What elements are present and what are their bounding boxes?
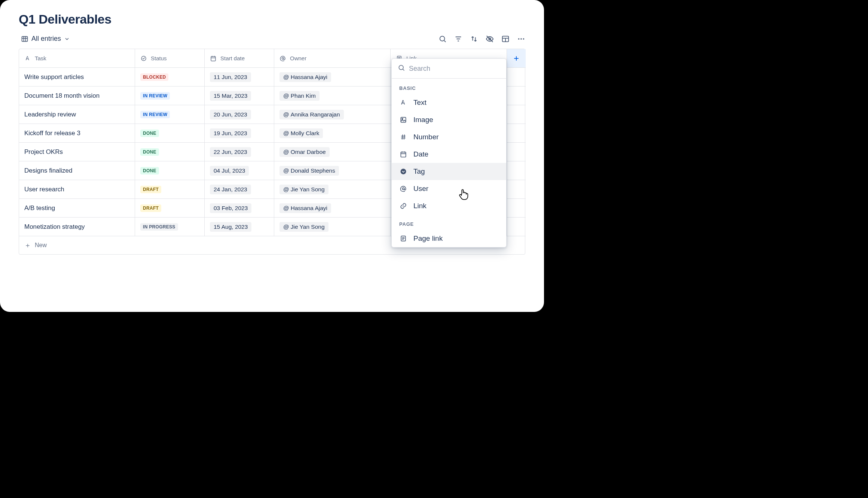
search-button[interactable] — [438, 35, 447, 43]
popover-section-page: PAGE — [392, 215, 506, 230]
cell-task-value: Kickoff for release 3 — [24, 130, 80, 137]
date-chip: 20 Jun, 2023 — [210, 110, 251, 119]
image-icon — [399, 116, 407, 124]
cell-status[interactable]: DRAFT — [135, 180, 205, 199]
cell-owner[interactable]: @Jie Yan Song — [274, 180, 391, 199]
cell-status[interactable]: BLOCKED — [135, 68, 205, 86]
cell-empty — [507, 218, 526, 236]
layout-button[interactable] — [501, 35, 510, 43]
popover-option-text-label: Text — [413, 98, 427, 107]
cell-task-value: Designs finalized — [24, 167, 73, 174]
cell-date[interactable]: 03 Feb, 2023 — [205, 199, 274, 218]
cell-owner[interactable]: @Donald Stephens — [274, 161, 391, 180]
cell-date[interactable]: 22 Jun, 2023 — [205, 143, 274, 161]
cell-status[interactable]: IN PROGRESS — [135, 218, 205, 236]
hash-icon — [399, 133, 407, 141]
cell-task-value: Leadership review — [24, 111, 76, 118]
cell-owner[interactable]: @Phan Kim — [274, 86, 391, 105]
col-header-owner[interactable]: Owner — [274, 49, 391, 68]
cell-date[interactable]: 04 Jul, 2023 — [205, 161, 274, 180]
popover-option-image[interactable]: Image — [392, 111, 506, 128]
cell-empty — [507, 180, 526, 199]
owner-name: Omar Darboe — [291, 149, 326, 155]
filter-button[interactable] — [454, 35, 462, 43]
owner-chip: @Donald Stephens — [279, 166, 339, 176]
cell-task-value: Monetization strategy — [24, 223, 85, 231]
status-badge: BLOCKED — [140, 73, 168, 81]
add-column-button[interactable] — [507, 49, 526, 68]
popover-option-pagelink-label: Page link — [413, 234, 443, 243]
popover-option-link[interactable]: Link — [392, 197, 506, 215]
plus-icon: ＋ — [24, 241, 31, 250]
col-header-start-label: Start date — [220, 55, 245, 61]
page-title: Q1 Deliverables — [19, 12, 525, 27]
cell-status[interactable]: DONE — [135, 143, 205, 161]
cell-task[interactable]: Document 18 month vision — [19, 86, 135, 105]
cell-empty — [507, 86, 526, 105]
cell-owner[interactable]: @Molly Clark — [274, 124, 391, 143]
cell-date[interactable]: 19 Jun, 2023 — [205, 124, 274, 143]
table-icon — [21, 35, 28, 43]
cell-owner[interactable]: @Jie Yan Song — [274, 218, 391, 236]
status-badge: IN PROGRESS — [140, 223, 178, 231]
owner-name: Donald Stephens — [291, 167, 335, 174]
svg-point-1 — [440, 36, 445, 41]
owner-chip: @Molly Clark — [279, 128, 323, 138]
status-icon — [140, 55, 147, 62]
sort-button[interactable] — [470, 35, 478, 43]
cell-task[interactable]: Kickoff for release 3 — [19, 124, 135, 143]
cell-owner[interactable]: @Hassana Ajayi — [274, 68, 391, 86]
cell-task[interactable]: User research — [19, 180, 135, 199]
cell-owner[interactable]: @Omar Darboe — [274, 143, 391, 161]
more-button[interactable] — [517, 35, 525, 43]
popover-option-tag[interactable]: Tag — [392, 163, 506, 180]
col-header-start[interactable]: Start date — [205, 49, 274, 68]
svg-point-24 — [401, 169, 406, 174]
cell-empty — [507, 68, 526, 86]
cell-task[interactable]: Leadership review — [19, 105, 135, 124]
calendar-icon — [210, 55, 217, 62]
svg-rect-0 — [22, 36, 28, 41]
cell-date[interactable]: 24 Jan, 2023 — [205, 180, 274, 199]
popover-option-text[interactable]: Text — [392, 94, 506, 111]
cell-task[interactable]: Project OKRs — [19, 143, 135, 161]
popover-search-input[interactable] — [409, 65, 500, 73]
status-badge: DONE — [140, 167, 159, 174]
app-frame: Q1 Deliverables All entries — [0, 0, 544, 312]
svg-point-20 — [399, 65, 403, 70]
col-header-status[interactable]: Status — [135, 49, 205, 68]
cell-owner[interactable]: @Hassana Ajayi — [274, 199, 391, 218]
cell-task[interactable]: Designs finalized — [19, 161, 135, 180]
view-selector[interactable]: All entries — [19, 33, 72, 44]
cell-status[interactable]: IN REVIEW — [135, 105, 205, 124]
popover-option-tag-label: Tag — [413, 167, 425, 176]
svg-point-6 — [523, 38, 525, 40]
cell-empty — [507, 199, 526, 218]
popover-option-date[interactable]: Date — [392, 146, 506, 163]
cell-status[interactable]: IN REVIEW — [135, 86, 205, 105]
popover-option-user[interactable]: User — [392, 180, 506, 197]
cell-date[interactable]: 20 Jun, 2023 — [205, 105, 274, 124]
hide-button[interactable] — [486, 35, 494, 43]
owner-name: Jie Yan Song — [291, 224, 325, 230]
cell-task-value: Document 18 month vision — [24, 92, 100, 100]
cell-date[interactable]: 15 Aug, 2023 — [205, 218, 274, 236]
svg-point-5 — [520, 38, 522, 40]
cell-status[interactable]: DONE — [135, 161, 205, 180]
cell-task[interactable]: Write support articles — [19, 68, 135, 86]
owner-name: Annika Rangarajan — [291, 111, 340, 118]
cell-task[interactable]: A/B testing — [19, 199, 135, 218]
col-header-task[interactable]: Task — [19, 49, 135, 68]
popover-option-number[interactable]: Number — [392, 128, 506, 146]
cell-task[interactable]: Monetization strategy — [19, 218, 135, 236]
text-icon — [24, 55, 31, 62]
cell-date[interactable]: 15 Mar, 2023 — [205, 86, 274, 105]
cell-status[interactable]: DONE — [135, 124, 205, 143]
popover-option-pagelink[interactable]: Page link — [392, 230, 506, 247]
cell-owner[interactable]: @Annika Rangarajan — [274, 105, 391, 124]
status-badge: DRAFT — [140, 186, 161, 193]
cell-date[interactable]: 11 Jun, 2023 — [205, 68, 274, 86]
mention-icon — [399, 185, 407, 192]
owner-name: Phan Kim — [291, 92, 316, 99]
cell-status[interactable]: DRAFT — [135, 199, 205, 218]
